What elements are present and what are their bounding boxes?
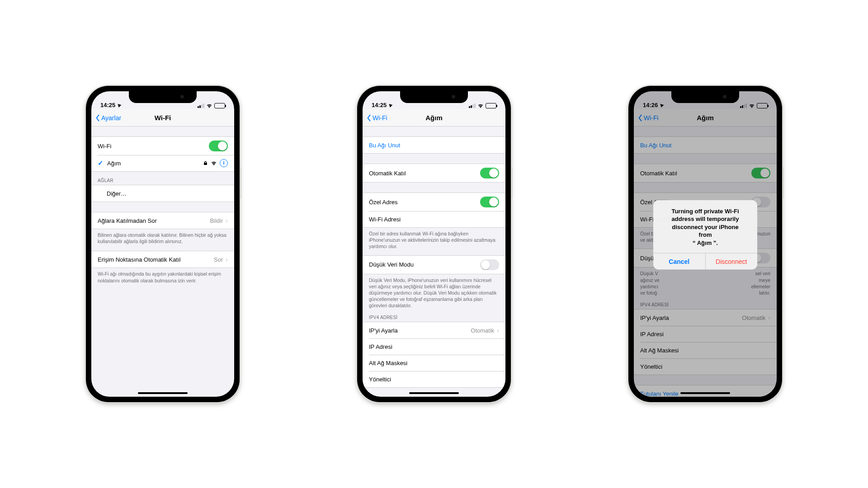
navigation-bar: Ayarlar Wi-Fi [91,109,234,127]
low-data-footer: Düşük Veri Modu, iPhone'unuzun veri kull… [363,274,505,309]
ipv4-header: IPV4 ADRESİ [363,309,505,322]
wifi-address-row: Wi-Fi Adresi [363,211,505,227]
subnet-label: Alt Ağ Maskesi [369,360,407,366]
checkmark-icon: ✓ [98,159,104,167]
home-indicator[interactable] [409,392,459,394]
notch [129,91,197,103]
phone-1: 14:25 Ayarlar Wi-Fi [86,86,240,402]
cellular-signal-icon [198,103,204,108]
battery-icon [486,103,496,108]
wifi-status-icon [477,103,484,108]
private-address-footer: Özel bir adres kullanmak Wi-Fi ağına bağ… [363,228,505,250]
battery-icon [214,103,225,108]
alert-cancel-button[interactable]: Cancel [653,253,705,270]
auto-join-toggle[interactable] [480,168,499,178]
chevron-right-icon: › [497,327,499,334]
other-label: Diğer… [107,190,127,197]
phone-2: 14:25 Wi-Fi Ağım [357,86,511,402]
alert-disconnect-button[interactable]: Disconnect [705,253,758,270]
private-address-toggle[interactable] [480,197,499,207]
ip-address-label: IP Adresi [369,343,392,350]
notch [671,91,739,103]
back-button[interactable]: Wi-Fi [366,114,387,122]
alert-dialog: Turning off private Wi-Fi address will t… [653,200,757,270]
connected-network-row[interactable]: ✓ Ağım 🔒︎ i [91,155,234,171]
configure-ip-label: IP'yi Ayarla [369,327,398,334]
phone-3: 14:26 Wi-Fi Ağım [628,86,782,402]
ask-to-join-footer: Bilinen ağlara otomatik olarak katılınır… [91,229,234,244]
location-icon [117,103,122,108]
auto-hotspot-footer: Wi-Fi ağı olmadığında bu aygıtın yakınla… [91,268,234,283]
networks-header: AĞLAR [91,172,234,185]
auto-join-label: Otomatik Katıl [369,170,406,177]
wifi-label: Wi-Fi [98,143,111,150]
lock-icon: 🔒︎ [203,160,208,166]
ask-to-join-value: Bildir [210,217,223,224]
wifi-signal-icon [211,161,217,166]
chevron-right-icon: › [226,256,228,263]
navigation-bar: Wi-Fi Ağım [363,109,505,127]
low-data-label: Düşük Veri Modu [369,261,414,268]
status-time: 14:25 [372,102,387,108]
network-name: Ağım [107,160,121,167]
forget-network-row[interactable]: Bu Ağı Unut [363,137,505,153]
info-icon[interactable]: i [220,159,228,167]
auto-hotspot-row[interactable]: Erişim Noktasına Otomatik Katıl Sor › [91,251,234,267]
status-time: 14:25 [100,102,115,108]
low-data-toggle[interactable] [480,259,499,270]
private-address-row: Özel Adres [363,193,505,211]
other-network-row[interactable]: Diğer… [91,185,234,202]
auto-join-row: Otomatik Katıl [363,164,505,182]
auto-hotspot-value: Sor [214,256,223,263]
router-row: Yöneltici [363,371,505,387]
router-label: Yöneltici [369,376,391,383]
wifi-status-icon [206,103,212,108]
cellular-signal-icon [469,103,476,108]
wifi-address-label: Wi-Fi Adresi [369,216,401,223]
home-indicator[interactable] [138,392,188,394]
notch [400,91,468,103]
private-address-label: Özel Adres [369,199,398,206]
ip-address-row: IP Adresi [363,338,505,355]
configure-ip-value: Otomatik [471,327,494,334]
location-icon [388,103,393,108]
wifi-master-row: Wi-Fi [91,137,234,155]
ask-to-join-row[interactable]: Ağlara Katılmadan Sor Bildir › [91,212,234,229]
ask-to-join-label: Ağlara Katılmadan Sor [98,217,157,224]
chevron-left-icon [95,114,100,122]
back-label: Ayarlar [101,114,121,122]
configure-ip-row[interactable]: IP'yi Ayarla Otomatik › [363,322,505,338]
chevron-right-icon: › [226,217,228,224]
chevron-left-icon [366,114,372,122]
forget-label: Bu Ağı Unut [369,142,400,149]
low-data-row: Düşük Veri Modu [363,256,505,274]
back-button[interactable]: Ayarlar [95,114,121,122]
wifi-toggle[interactable] [209,141,228,151]
auto-hotspot-label: Erişim Noktasına Otomatik Katıl [98,256,181,263]
back-label: Wi-Fi [373,114,387,122]
subnet-row: Alt Ağ Maskesi [363,355,505,371]
alert-message: Turning off private Wi-Fi address will t… [653,200,757,253]
